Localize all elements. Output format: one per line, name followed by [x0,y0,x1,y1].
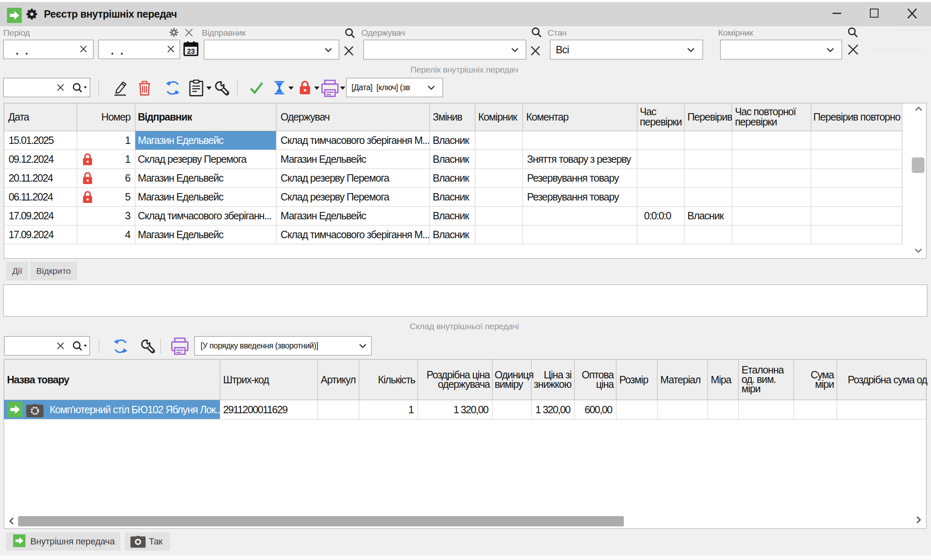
svg-text:23: 23 [187,48,195,55]
